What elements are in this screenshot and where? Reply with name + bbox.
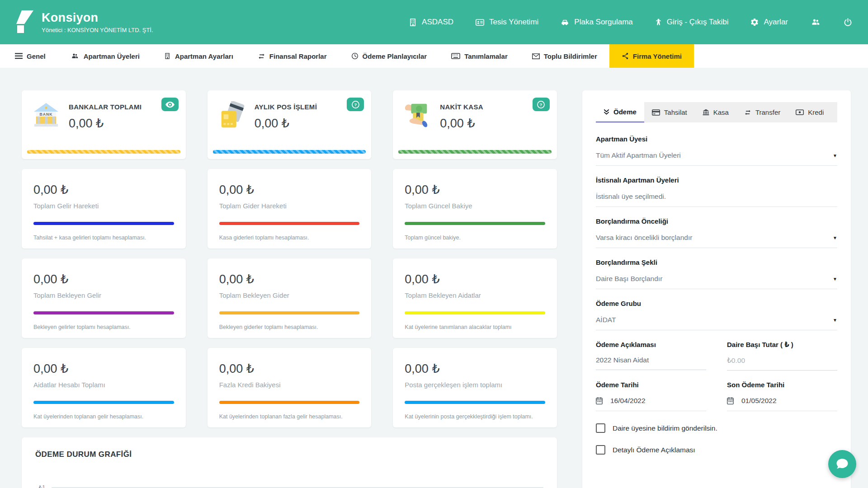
header-nav: ASDASD Tesis Yönetimi Plaka Sorgulama bbox=[409, 18, 853, 27]
stat-card: 0,00 ₺ Toplam Gelir Hareketi Tahsilat + … bbox=[22, 169, 186, 249]
apartment-member-select[interactable]: Tüm Aktif Apartman Üyeleri ▼ bbox=[596, 151, 837, 166]
tab-label: Apartman Üyeleri bbox=[84, 52, 140, 60]
question-icon[interactable]: ? bbox=[347, 98, 364, 111]
progress-bar bbox=[213, 150, 366, 154]
brand-subtitle: Yönetici : KONSİYON YÖNETİM LTD. ŞTİ. bbox=[42, 27, 153, 33]
payment-status-chart: ÖDEME DURUM GRAFİĞİ ₺1 bbox=[22, 437, 557, 488]
chart-title: ÖDEME DURUM GRAFİĞİ bbox=[35, 450, 543, 459]
debit-priority-select[interactable]: Varsa kiracı öncelikli borçlandır ▼ bbox=[596, 234, 837, 248]
stat-bar bbox=[405, 311, 545, 314]
nav-item-plaka-sorgulama[interactable]: Plaka Sorgulama bbox=[560, 18, 632, 27]
tab-toplu-bildirimler[interactable]: Toplu Bildirimler bbox=[520, 44, 609, 68]
card-title: AYLIK POS İŞLEMİ bbox=[255, 103, 317, 111]
sitemap-icon bbox=[622, 52, 629, 60]
dashboard-cards: BANK BANKALAR TOPLAMI 0,00 ₺ bbox=[22, 90, 557, 488]
stat-bar bbox=[405, 222, 545, 225]
nav-item-ayarlar[interactable]: Ayarlar bbox=[750, 18, 788, 27]
nav-item-tesis-yonetimi[interactable]: Tesis Yönetimi bbox=[475, 18, 538, 27]
main-tabbar: Genel Apartman Üyeleri Apartman Ayarları bbox=[0, 44, 868, 68]
panel-tab-label: Kredi bbox=[808, 108, 824, 116]
detailed-description-checkbox[interactable] bbox=[596, 445, 605, 455]
date-value: 16/04/2022 bbox=[610, 397, 646, 405]
per-unit-amount-input[interactable] bbox=[727, 357, 837, 371]
stat-card: 0,00 ₺ Toplam Gider Hareketi Kasa giderl… bbox=[208, 169, 372, 249]
panel-tab-label: Kasa bbox=[713, 108, 729, 116]
nav-item-giris-cikis-takibi[interactable]: Giriş - Çıkış Takibi bbox=[655, 18, 729, 27]
card-value: 0,00 ₺ bbox=[69, 116, 142, 131]
field-label: Ödeme Tarihi bbox=[596, 381, 706, 389]
stat-value: 0,00 ₺ bbox=[33, 361, 174, 376]
panel-tab-kredi[interactable]: Kredi bbox=[788, 102, 831, 122]
field-label: Daire Başı Tutar ( ₺ ) bbox=[727, 341, 837, 349]
date-value: 01/05/2022 bbox=[741, 397, 777, 405]
clock-icon bbox=[351, 52, 359, 60]
stat-bar bbox=[219, 401, 360, 404]
panel-tab-transfer[interactable]: Transfer bbox=[736, 102, 788, 122]
svg-text:BANK: BANK bbox=[39, 112, 52, 117]
payment-panel: Ödeme Tahsilat Kasa bbox=[582, 90, 851, 488]
panel-tab-kasa[interactable]: Kasa bbox=[695, 102, 736, 122]
select-value: Tüm Aktif Apartman Üyeleri bbox=[596, 151, 681, 160]
building-icon bbox=[409, 18, 417, 27]
card-value: 0,00 ₺ bbox=[440, 116, 483, 131]
payment-date-picker[interactable]: 16/04/2022 bbox=[596, 397, 706, 411]
tab-firma-yonetimi[interactable]: Firma Yönetimi bbox=[609, 44, 694, 68]
debit-type-select[interactable]: Daire Başı Borçlandır ▼ bbox=[596, 275, 837, 289]
stat-label: Fazla Kredi Bakiyesi bbox=[219, 381, 360, 389]
panel-tab-tahsilat[interactable]: Tahsilat bbox=[644, 102, 695, 122]
card-value: 0,00 ₺ bbox=[255, 116, 317, 131]
select-value: Varsa kiracı öncelikli borçlandır bbox=[596, 234, 692, 242]
panel-tab-label: Ödeme bbox=[613, 108, 637, 116]
calendar-icon bbox=[596, 397, 603, 404]
tab-genel[interactable]: Genel bbox=[3, 44, 58, 68]
bank-icon bbox=[703, 109, 709, 116]
excluded-members-field[interactable]: İstisnalı üye seçilmedi. bbox=[596, 192, 837, 207]
gear-icon bbox=[750, 18, 759, 27]
double-chevron-down-icon bbox=[604, 109, 609, 115]
progress-bar bbox=[27, 150, 180, 154]
stat-label: Posta gerçekleşen işlem toplamı bbox=[405, 381, 545, 389]
envelope-icon bbox=[532, 53, 540, 59]
tab-apartman-ayarlari[interactable]: Apartman Ayarları bbox=[152, 44, 245, 68]
stat-bar bbox=[405, 401, 545, 404]
users-icon[interactable] bbox=[810, 18, 821, 27]
stat-card: 0,00 ₺ Posta gerçekleşen işlem toplamı K… bbox=[393, 348, 557, 427]
select-value: AİDAT bbox=[596, 316, 616, 324]
card-title: NAKİT KASA bbox=[440, 103, 483, 111]
chevron-down-icon: ▼ bbox=[833, 318, 837, 323]
field-label: Son Ödeme Tarihi bbox=[727, 381, 837, 389]
stat-caption: Toplam güncel bakiye. bbox=[405, 235, 545, 241]
stat-caption: Kat üyelerinden toplanan fazla gelir hes… bbox=[219, 413, 360, 420]
tab-tanimlamalar[interactable]: Tanımlamalar bbox=[439, 44, 520, 68]
chat-bubble-icon[interactable] bbox=[828, 450, 856, 478]
nav-label: Tesis Yönetimi bbox=[489, 18, 538, 27]
person-icon bbox=[655, 18, 662, 27]
stat-caption: Kat üyelerinin posta gerçekkleştirdiği i… bbox=[405, 413, 545, 420]
brand[interactable]: Konsiyon Yönetici : KONSİYON YÖNETİM LTD… bbox=[14, 10, 153, 34]
power-icon[interactable] bbox=[843, 18, 853, 27]
stat-value: 0,00 ₺ bbox=[219, 361, 360, 376]
payment-description-input[interactable] bbox=[596, 356, 706, 370]
payment-group-select[interactable]: AİDAT ▼ bbox=[596, 316, 837, 330]
stat-label: Aidatlar Hesabı Toplamı bbox=[33, 381, 174, 389]
nav-item-asdasd[interactable]: ASDASD bbox=[409, 18, 453, 27]
tab-label: Ödeme Planlayıcılar bbox=[363, 52, 427, 60]
progress-bar bbox=[398, 150, 552, 154]
tab-odeme-planlayicilar[interactable]: Ödeme Planlayıcılar bbox=[339, 44, 439, 68]
stat-bar bbox=[33, 222, 174, 225]
svg-text:?: ? bbox=[540, 102, 542, 107]
brand-name: Konsiyon bbox=[42, 11, 153, 25]
field-label: İstisnalı Apartman Üyeleri bbox=[596, 176, 837, 184]
notify-member-checkbox[interactable] bbox=[596, 423, 605, 433]
stat-card: 0,00 ₺ Fazla Kredi Bakiyesi Kat üyelerin… bbox=[208, 348, 372, 427]
tab-finansal-raporlar[interactable]: Finansal Raporlar bbox=[245, 44, 339, 68]
question-icon[interactable]: ? bbox=[533, 98, 550, 111]
panel-tab-odeme[interactable]: Ödeme bbox=[596, 102, 644, 122]
tab-apartman-uyeleri[interactable]: Apartman Üyeleri bbox=[58, 44, 152, 68]
id-card-icon bbox=[475, 18, 485, 27]
eye-icon[interactable] bbox=[161, 98, 179, 111]
field-label: Ödeme Açıklaması bbox=[596, 341, 706, 348]
due-date-picker[interactable]: 01/05/2022 bbox=[727, 397, 837, 411]
stat-card: 0,00 ₺ Toplam Güncel Bakiye Toplam günce… bbox=[393, 169, 557, 249]
field-label: Borçlandırma Şekli bbox=[596, 258, 837, 266]
